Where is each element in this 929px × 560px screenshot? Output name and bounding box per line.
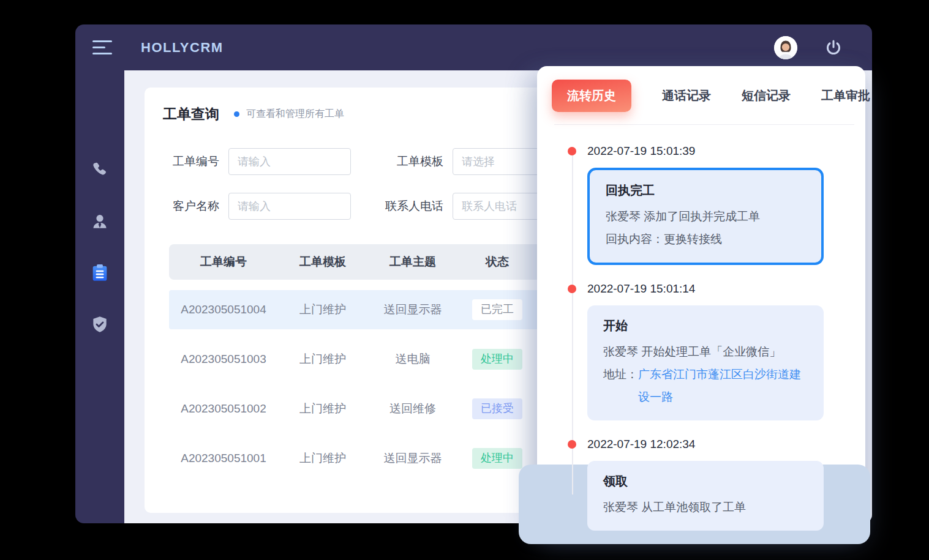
- shield-check-icon[interactable]: [89, 314, 110, 335]
- cell-template: 上门维护: [278, 302, 367, 318]
- filter-label-contact-phone: 联系人电话: [360, 198, 443, 214]
- timeline-card-text: 张爱琴 添加了回执并完成工单: [606, 205, 805, 228]
- filter-label-template: 工单模板: [360, 154, 443, 170]
- timeline-timestamp: 2022-07-19 15:01:39: [587, 144, 843, 158]
- cell-template: 上门维护: [278, 351, 367, 367]
- filter-label-customer: 客户名称: [171, 198, 219, 214]
- customer-name-input[interactable]: [228, 193, 351, 220]
- status-badge: 处理中: [472, 448, 522, 469]
- history-panel: 流转历史 通话记录 短信记录 工单审批 2022-07-19 15:01:39 …: [537, 66, 865, 529]
- timeline-card-title: 开始: [603, 318, 808, 334]
- timeline-card-text: 张爱琴 从工单池领取了工单: [603, 496, 808, 518]
- subtitle-bullet-icon: [234, 111, 239, 117]
- order-id-input[interactable]: [228, 148, 351, 175]
- cell-template: 上门维护: [278, 401, 367, 417]
- timeline-entry: 2022-07-19 12:02:34 领取 张爱琴 从工单池领取了工单: [587, 438, 843, 531]
- cell-subject: 送回维修: [367, 401, 458, 417]
- column-header-status: 状态: [458, 254, 536, 270]
- timeline-entry: 2022-07-19 15:01:39 回执完工 张爱琴 添加了回执并完成工单 …: [587, 144, 843, 265]
- timeline: 2022-07-19 15:01:39 回执完工 张爱琴 添加了回执并完成工单 …: [537, 125, 865, 531]
- timeline-card-text: 回执内容：更换转接线: [606, 228, 805, 250]
- cell-order-id: A202305051003: [169, 353, 278, 366]
- cell-subject: 送回显示器: [367, 302, 458, 318]
- table-row[interactable]: A202305051003 上门维护 送电脑 处理中: [169, 340, 561, 379]
- timeline-timestamp: 2022-07-19 15:01:14: [587, 282, 843, 296]
- table-row[interactable]: A202305051001 上门维护 送回显示器 处理中: [169, 439, 561, 478]
- tab-call-records[interactable]: 通话记录: [662, 88, 711, 104]
- cell-subject: 送回显示器: [367, 450, 458, 466]
- tab-order-approval[interactable]: 工单审批: [821, 88, 870, 104]
- hamburger-menu-icon[interactable]: [92, 40, 112, 54]
- panel-tabs: 流转历史 通话记录 短信记录 工单审批: [537, 66, 865, 112]
- app-header: HOLLYCRM: [75, 24, 872, 70]
- timeline-card-start: 开始 张爱琴 开始处理工单「企业微信」 地址： 广东省江门市蓬江区白沙街道建设一…: [587, 305, 824, 420]
- tab-sms-records[interactable]: 短信记录: [742, 88, 791, 104]
- clipboard-icon[interactable]: [89, 263, 110, 283]
- address-label: 地址：: [603, 363, 638, 408]
- timeline-entry: 2022-07-19 15:01:14 开始 张爱琴 开始处理工单「企业微信」 …: [587, 282, 843, 420]
- status-badge: 处理中: [472, 349, 522, 370]
- page-subtitle: 可查看和管理所有工单: [246, 108, 344, 121]
- phone-icon[interactable]: [89, 160, 110, 181]
- power-icon[interactable]: [824, 39, 843, 57]
- address-link[interactable]: 广东省江门市蓬江区白沙街道建设一路: [638, 363, 808, 408]
- status-badge: 已完工: [472, 299, 522, 320]
- status-badge: 已接受: [472, 398, 522, 419]
- app-title: HOLLYCRM: [141, 40, 224, 56]
- timeline-card-completed: 回执完工 张爱琴 添加了回执并完成工单 回执内容：更换转接线: [587, 168, 824, 265]
- cell-template: 上门维护: [278, 450, 367, 466]
- cell-order-id: A202305051002: [169, 402, 278, 416]
- timeline-card-claimed: 领取 张爱琴 从工单池领取了工单: [587, 461, 824, 531]
- table-row[interactable]: A202305051004 上门维护 送回显示器 已完工: [169, 290, 561, 329]
- column-header-template: 工单模板: [278, 254, 367, 270]
- timeline-address-row: 地址： 广东省江门市蓬江区白沙街道建设一路: [603, 363, 808, 408]
- header-actions: [774, 36, 843, 59]
- cell-subject: 送电脑: [367, 351, 458, 367]
- tab-transfer-history[interactable]: 流转历史: [552, 80, 631, 112]
- timeline-card-text: 张爱琴 开始处理工单「企业微信」: [603, 340, 808, 363]
- timeline-card-title: 领取: [603, 473, 808, 490]
- table-header-row: 工单编号 工单模板 工单主题 状态: [169, 244, 561, 280]
- person-icon[interactable]: [89, 211, 110, 232]
- page-title: 工单查询: [163, 105, 219, 124]
- timeline-timestamp: 2022-07-19 12:02:34: [587, 438, 843, 451]
- column-header-subject: 工单主题: [367, 254, 458, 270]
- timeline-card-title: 回执完工: [606, 182, 805, 199]
- table-row[interactable]: A202305051002 上门维护 送回维修 已接受: [169, 389, 561, 428]
- filter-label-order-id: 工单编号: [171, 154, 219, 170]
- cell-order-id: A202305051001: [169, 452, 278, 465]
- sidebar: [75, 70, 124, 523]
- user-avatar[interactable]: [774, 36, 797, 59]
- cell-order-id: A202305051004: [169, 303, 278, 316]
- column-header-order-id: 工单编号: [169, 254, 278, 270]
